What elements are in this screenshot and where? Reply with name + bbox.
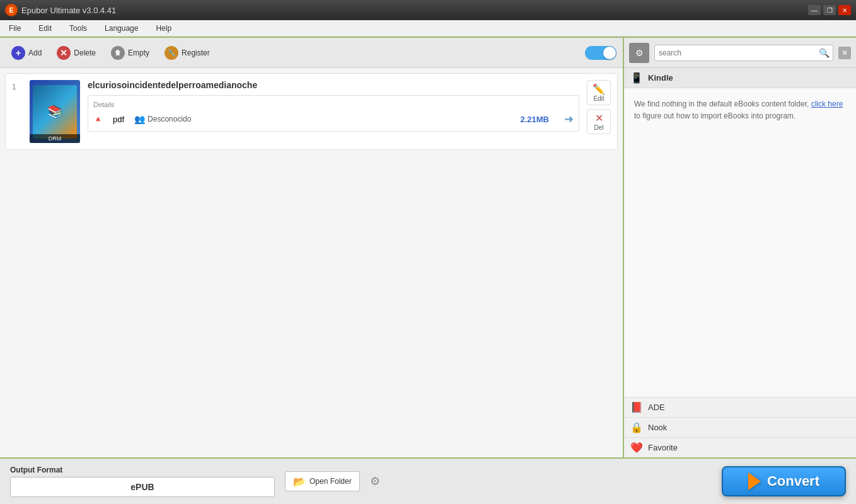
book-info: elcuriosoincidentedelperroamedianoche De… bbox=[88, 80, 579, 132]
output-label: Output Format bbox=[10, 466, 275, 474]
ade-label: ADE bbox=[648, 403, 665, 412]
book-number: 1 bbox=[12, 83, 22, 91]
book-meta: 🔺 pdf 👥 Desconocido 2.21MB ➜ bbox=[93, 112, 574, 126]
nook-label: Nook bbox=[648, 423, 667, 432]
gear-settings-button[interactable]: ⚙ bbox=[365, 471, 385, 491]
search-input[interactable] bbox=[654, 45, 833, 61]
edit-icon: ✏️ bbox=[593, 83, 605, 95]
book-details: Details 🔺 pdf 👥 Desconocido 2.21MB ➜ bbox=[88, 95, 579, 132]
toolbar: + Add ✕ Delete 🗑 Empty 🔧 Register bbox=[0, 38, 623, 68]
empty-message2: to figure out how to import eBooks into … bbox=[634, 112, 795, 120]
add-button[interactable]: + Add bbox=[6, 43, 47, 62]
del-label: Del bbox=[594, 124, 603, 131]
click-here-link[interactable]: click here bbox=[811, 100, 843, 108]
settings-icon[interactable]: ⚙ bbox=[629, 43, 649, 63]
details-label: Details bbox=[93, 101, 574, 108]
bottom-actions: 📂 Open Folder ⚙ bbox=[285, 471, 385, 491]
right-content: We find nothing in the default eBooks co… bbox=[624, 88, 856, 397]
edit-button[interactable]: ✏️ Edit bbox=[587, 80, 611, 105]
empty-label: Empty bbox=[128, 49, 149, 57]
ade-icon: 📕 bbox=[630, 401, 643, 413]
convert-arrow-icon bbox=[748, 472, 761, 490]
delete-button[interactable]: ✕ Delete bbox=[52, 43, 101, 62]
menu-language[interactable]: Language bbox=[101, 23, 142, 34]
main-container: + Add ✕ Delete 🗑 Empty 🔧 Register bbox=[0, 37, 856, 457]
kindle-section[interactable]: 📱 Kindle bbox=[624, 68, 856, 88]
empty-message: We find nothing in the default eBooks co… bbox=[634, 100, 811, 108]
ade-section[interactable]: 📕 ADE bbox=[624, 397, 856, 417]
folder-icon: 📂 bbox=[293, 476, 306, 488]
delete-label: Delete bbox=[74, 49, 96, 57]
file-size: 2.21MB bbox=[520, 115, 549, 124]
book-cover: 📚 DRM bbox=[30, 80, 80, 143]
close-button[interactable]: ✕ bbox=[838, 5, 851, 15]
edit-label: Edit bbox=[593, 95, 604, 102]
del-icon: ✕ bbox=[595, 112, 603, 124]
delete-icon: ✕ bbox=[57, 46, 71, 60]
toggle-knob bbox=[603, 47, 616, 59]
add-icon: + bbox=[11, 46, 25, 60]
book-title: elcuriosoincidentedelperroamedianoche bbox=[88, 80, 579, 90]
output-format-box: ePUB bbox=[10, 477, 275, 497]
favorite-icon: ❤️ bbox=[630, 442, 643, 454]
output-format-value: ePUB bbox=[130, 482, 154, 492]
menu-edit[interactable]: Edit bbox=[35, 23, 55, 34]
register-icon: 🔧 bbox=[165, 46, 178, 60]
app-title: Epubor Ultimate v3.0.4.41 bbox=[21, 6, 116, 15]
pdf-icon: 🔺 bbox=[93, 115, 103, 123]
book-format: pdf bbox=[113, 115, 124, 124]
kindle-icon: 📱 bbox=[630, 72, 643, 84]
nook-icon: 🔒 bbox=[630, 421, 643, 433]
empty-button[interactable]: 🗑 Empty bbox=[106, 43, 154, 62]
output-section: Output Format ePUB bbox=[10, 466, 275, 497]
table-row: 1 📚 DRM elcuriosoincidentedelperroamedia… bbox=[5, 73, 618, 150]
favorite-label: Favorite bbox=[648, 443, 678, 452]
drm-badge: DRM bbox=[30, 134, 80, 143]
convert-label: Convert bbox=[767, 473, 819, 490]
left-panel: + Add ✕ Delete 🗑 Empty 🔧 Register bbox=[0, 38, 624, 457]
app-icon: E bbox=[5, 4, 18, 16]
drm-status: Desconocido bbox=[147, 115, 191, 123]
open-folder-label: Open Folder bbox=[309, 477, 352, 486]
del-button[interactable]: ✕ Del bbox=[587, 109, 611, 134]
search-icon: 🔍 bbox=[819, 48, 830, 58]
favorite-section[interactable]: ❤️ Favorite bbox=[624, 437, 856, 457]
menu-help[interactable]: Help bbox=[152, 23, 175, 34]
search-box: 🔍 bbox=[654, 45, 833, 61]
menu-tools[interactable]: Tools bbox=[66, 23, 91, 34]
cover-art: 📚 bbox=[33, 85, 77, 139]
right-panel: ⚙ 🔍 ✕ 📱 Kindle We find nothing in the de… bbox=[624, 38, 856, 457]
empty-icon: 🗑 bbox=[111, 46, 125, 60]
add-label: Add bbox=[28, 49, 42, 57]
convert-button[interactable]: Convert bbox=[722, 466, 846, 496]
title-bar: E Epubor Ultimate v3.0.4.41 — ❐ ✕ bbox=[0, 0, 856, 20]
register-button[interactable]: 🔧 Register bbox=[159, 43, 215, 62]
book-actions: ✏️ Edit ✕ Del bbox=[587, 80, 611, 134]
restore-button[interactable]: ❐ bbox=[823, 5, 836, 15]
menu-bar: File Edit Tools Language Help bbox=[0, 20, 856, 37]
register-label: Register bbox=[182, 49, 210, 57]
menu-file[interactable]: File bbox=[5, 23, 25, 34]
nook-section[interactable]: 🔒 Nook bbox=[624, 417, 856, 437]
right-toolbar: ⚙ 🔍 ✕ bbox=[624, 38, 856, 68]
drm-icon: 👥 bbox=[134, 114, 145, 124]
minimize-button[interactable]: — bbox=[808, 5, 821, 15]
open-folder-button[interactable]: 📂 Open Folder bbox=[285, 471, 360, 491]
bottom-bar: Output Format ePUB 📂 Open Folder ⚙ Conve… bbox=[0, 457, 856, 504]
toggle-switch[interactable] bbox=[585, 46, 616, 60]
drm-info: 👥 Desconocido bbox=[134, 114, 191, 124]
clear-search-button[interactable]: ✕ bbox=[838, 47, 851, 59]
arrow-icon: ➜ bbox=[564, 112, 574, 126]
kindle-label: Kindle bbox=[648, 73, 673, 83]
book-list: 1 📚 DRM elcuriosoincidentedelperroamedia… bbox=[0, 68, 623, 457]
